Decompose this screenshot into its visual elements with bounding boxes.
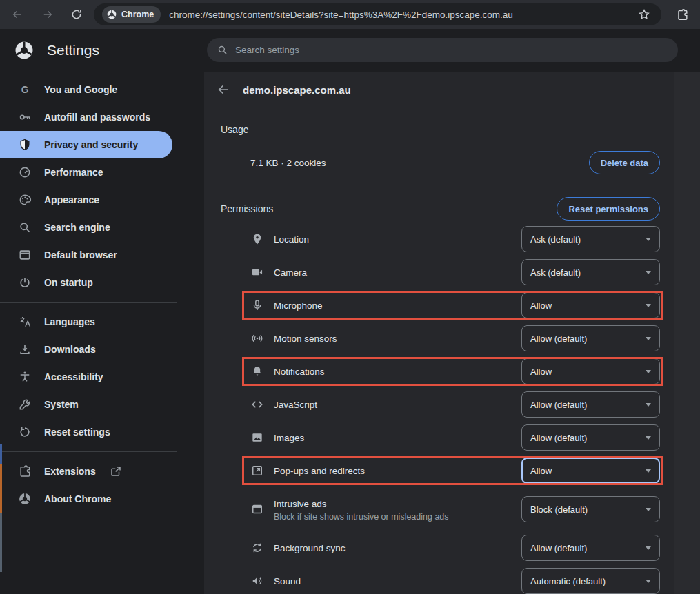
permission-label: Notifications — [274, 367, 325, 377]
notifications-dropdown[interactable]: Allow — [521, 358, 660, 385]
sidebar-item-performance[interactable]: Performance — [0, 158, 172, 186]
sidebar-item-label: Extensions — [44, 466, 96, 477]
popup-icon — [250, 464, 264, 478]
extensions-icon[interactable] — [671, 3, 693, 25]
dropdown-value: Allow — [530, 367, 552, 377]
images-dropdown[interactable]: Allow (default) — [521, 424, 660, 451]
delete-data-button[interactable]: Delete data — [589, 151, 660, 174]
sidebar-item-label: Search engine — [44, 222, 110, 233]
permission-row-intrusive-ads: Intrusive adsBlock if site shows intrusi… — [242, 487, 663, 531]
dropdown-value: Block (default) — [530, 504, 588, 515]
sidebar-item-about-chrome[interactable]: About Chrome — [0, 485, 172, 513]
permission-label: Images — [274, 433, 304, 443]
reset-permissions-button[interactable]: Reset permissions — [557, 197, 660, 221]
accessibility-icon — [18, 370, 32, 384]
sidebar-item-you-and-google[interactable]: GYou and Google — [0, 76, 172, 103]
sidebar-item-autofill-and-passwords[interactable]: Autofill and passwords — [0, 103, 172, 131]
camera-icon — [250, 265, 264, 279]
permission-sublabel: Block if site shows intrusive or mislead… — [274, 512, 449, 522]
bell-icon — [250, 365, 264, 378]
address-bar[interactable]: Chrome chrome://settings/content/siteDet… — [94, 3, 661, 25]
sidebar-item-label: On startup — [44, 277, 93, 288]
sidebar-item-search-engine[interactable]: Search engine — [0, 214, 172, 241]
location-dropdown[interactable]: Ask (default) — [521, 226, 660, 252]
sidebar-item-languages[interactable]: Languages — [0, 308, 172, 336]
reset-icon — [18, 425, 32, 439]
javascript-dropdown[interactable]: Allow (default) — [521, 391, 660, 418]
sidebar-item-label: Performance — [44, 167, 103, 178]
chevron-down-icon — [646, 403, 651, 407]
sidebar-item-privacy-and-security[interactable]: Privacy and security — [0, 131, 172, 158]
dropdown-value: Allow — [530, 300, 552, 311]
location-pin-icon — [250, 232, 264, 246]
key-icon — [18, 110, 32, 124]
sync-icon — [250, 541, 264, 555]
permission-row-javascript: JavaScriptAllow (default) — [242, 388, 663, 421]
sidebar-item-reset-settings[interactable]: Reset settings — [0, 418, 172, 446]
sidebar-item-appearance[interactable]: Appearance — [0, 186, 172, 214]
usage-summary: 7.1 KB · 2 cookies — [250, 158, 326, 168]
shield-icon — [18, 138, 32, 152]
chevron-down-icon — [646, 508, 651, 511]
permission-label: Location — [274, 234, 309, 245]
reload-icon[interactable] — [66, 4, 87, 25]
sound-dropdown[interactable]: Automatic (default) — [521, 568, 660, 594]
permission-label: Camera — [274, 267, 307, 278]
camera-dropdown[interactable]: Ask (default) — [521, 259, 660, 285]
sidebar-item-label: Downloads — [44, 344, 96, 355]
wrench-icon — [18, 398, 32, 411]
motion-sensors-icon — [250, 331, 264, 345]
permission-row-pop-ups-and-redirects: Pop-ups and redirectsAllow — [242, 454, 663, 487]
forward-icon[interactable] — [37, 4, 58, 25]
permission-row-location: LocationAsk (default) — [242, 223, 663, 256]
chrome-logo-icon — [18, 492, 32, 506]
sidebar-item-accessibility[interactable]: Accessibility — [0, 363, 172, 391]
search-icon — [217, 44, 228, 56]
back-arrow-icon[interactable] — [215, 81, 232, 98]
motion-sensors-dropdown[interactable]: Allow (default) — [521, 325, 660, 351]
background-sync-dropdown[interactable]: Allow (default) — [521, 535, 660, 561]
bookmark-star-icon[interactable] — [635, 8, 653, 21]
permission-label: JavaScript — [274, 400, 317, 410]
external-link-icon — [110, 465, 122, 478]
edge-sliver — [0, 464, 2, 513]
edge-sliver — [0, 513, 2, 572]
search-settings-bar[interactable] — [207, 38, 678, 62]
chrome-badge: Chrome — [102, 6, 161, 23]
dropdown-value: Allow (default) — [530, 400, 587, 410]
chrome-badge-label: Chrome — [121, 10, 154, 19]
search-settings-input[interactable] — [235, 45, 668, 55]
chevron-down-icon — [646, 469, 651, 473]
sidebar-item-system[interactable]: System — [0, 391, 172, 418]
microphone-dropdown[interactable]: Allow — [521, 292, 660, 318]
permission-row-motion-sensors: Motion sensorsAllow (default) — [242, 322, 663, 355]
google-g-icon: G — [18, 83, 32, 96]
edge-sliver — [0, 444, 2, 464]
sidebar-item-label: Appearance — [44, 194, 99, 205]
sidebar-item-on-startup[interactable]: On startup — [0, 269, 172, 296]
permission-row-camera: CameraAsk (default) — [242, 256, 663, 289]
usage-heading: Usage — [204, 124, 674, 135]
sidebar-item-label: Autofill and passwords — [44, 112, 150, 123]
permission-row-microphone: MicrophoneAllow — [242, 289, 663, 322]
scrollbar-gutter[interactable] — [674, 72, 700, 594]
chevron-down-icon — [646, 370, 651, 373]
power-icon — [18, 276, 32, 289]
sidebar-item-downloads[interactable]: Downloads — [0, 336, 172, 363]
permission-label: Microphone — [274, 300, 323, 311]
permission-row-sound: SoundAutomatic (default) — [242, 564, 663, 594]
sidebar-item-default-browser[interactable]: Default browser — [0, 241, 172, 269]
chrome-logo-icon — [106, 9, 117, 20]
sidebar-item-label: Default browser — [44, 249, 117, 260]
chevron-down-icon — [646, 546, 651, 550]
pop-ups-and-redirects-dropdown[interactable]: Allow — [521, 458, 660, 484]
sidebar-item-extensions[interactable]: Extensions — [0, 458, 172, 485]
back-icon[interactable] — [7, 4, 28, 25]
download-icon — [18, 342, 32, 356]
permissions-heading: Permissions — [221, 203, 273, 214]
ads-icon — [250, 502, 264, 516]
permission-label: Motion sensors — [274, 334, 337, 344]
site-title: demo.ipscape.com.au — [243, 84, 351, 96]
intrusive-ads-dropdown[interactable]: Block (default) — [521, 496, 660, 522]
speedometer-icon — [18, 165, 32, 179]
